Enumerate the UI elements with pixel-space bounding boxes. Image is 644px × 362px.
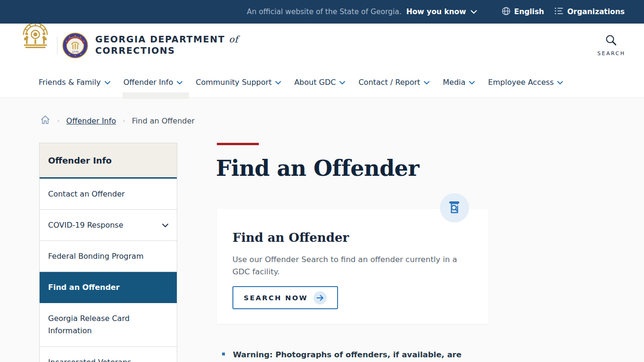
gdc-seal: 1776 [62, 33, 88, 58]
how-you-know-toggle[interactable]: How you know [406, 8, 477, 16]
sidebar-item-georgia-release-card[interactable]: Georgia Release Card Information [40, 303, 177, 347]
list-icon [554, 7, 563, 16]
find-offender-card: Find an Offender Use our Offender Search… [217, 209, 488, 324]
offender-search-icon-circle [440, 193, 469, 222]
breadcrumb-separator: › [57, 117, 60, 124]
sidebar-title: Offender Info [40, 143, 177, 179]
title-accent-line [217, 143, 259, 145]
breadcrumb: › Offender Info › Find an Offender [40, 115, 195, 127]
agency-name[interactable]: GEORGIA DEPARTMENT of CORRECTIONS [95, 33, 238, 56]
sidebar-item-contact-an-offender[interactable]: Contact an Offender [40, 179, 177, 210]
arch-icon [21, 19, 50, 49]
search-label: SEARCH [597, 50, 625, 57]
main-navigation: Friends & Family Offender Info Community… [0, 67, 644, 98]
sidebar-item-incarcerated-veterans[interactable]: Incarcerated Veterans [40, 347, 177, 362]
chevron-down-icon [339, 78, 345, 87]
nav-about-gdc[interactable]: About GDC [294, 67, 345, 98]
breadcrumb-separator: › [123, 117, 125, 124]
chevron-down-icon [105, 78, 110, 87]
warning-list-item: Warning: Photographs of offenders, if av… [222, 349, 491, 362]
sidebar-menu: Offender Info Contact an Offender COVID-… [39, 143, 177, 362]
arrow-right-icon [314, 291, 327, 304]
official-website-text: An official website of the State of Geor… [247, 8, 402, 16]
nav-media[interactable]: Media [443, 67, 475, 98]
warning-text: Warning: Photographs of offenders, if av… [233, 349, 491, 362]
chevron-down-icon [177, 78, 182, 87]
breadcrumb-offender-info[interactable]: Offender Info [66, 116, 116, 125]
globe-icon [502, 7, 511, 17]
language-label: English [514, 8, 545, 16]
language-selector[interactable]: English [502, 7, 545, 17]
nav-community-support[interactable]: Community Support [196, 67, 281, 98]
svg-text:1776: 1776 [72, 50, 79, 53]
card-title: Find an Offender [232, 230, 349, 245]
how-you-know-label: How you know [406, 8, 466, 16]
card-description: Use our Offender Search to find an offen… [232, 254, 468, 278]
nav-friends-family[interactable]: Friends & Family [39, 67, 110, 98]
search-now-label: SEARCH NOW [244, 294, 308, 302]
nav-contact-report[interactable]: Contact / Report [358, 67, 429, 98]
header-divider [57, 37, 58, 55]
chevron-down-icon [471, 8, 477, 16]
page-title: Find an Offender [216, 156, 499, 181]
chevron-down-icon [424, 78, 429, 87]
chevron-down-icon [557, 78, 563, 87]
site-header: 1776 GEORGIA DEPARTMENT of CORRECTIONS S… [0, 24, 644, 67]
home-icon[interactable] [40, 115, 50, 127]
list-bullet [222, 353, 225, 355]
breadcrumb-current-page: Find an Offender [132, 116, 195, 125]
sidebar-item-covid-19-response[interactable]: COVID-19 Response [40, 210, 177, 241]
nav-offender-info[interactable]: Offender Info [124, 67, 183, 98]
government-topbar: An official website of the State of Geor… [0, 0, 644, 24]
organizations-label: Organizations [567, 8, 625, 16]
nav-employee-access[interactable]: Employee Access [488, 67, 563, 98]
chevron-down-icon [275, 78, 281, 87]
search-icon [605, 39, 617, 48]
search-now-button[interactable]: SEARCH NOW [232, 286, 338, 309]
sidebar-item-federal-bonding-program[interactable]: Federal Bonding Program [40, 241, 177, 272]
search-button[interactable]: SEARCH [597, 34, 625, 57]
sidebar-item-find-an-offender[interactable]: Find an Offender [40, 272, 177, 303]
chevron-down-icon [162, 219, 168, 231]
document-search-icon [446, 199, 462, 217]
chevron-down-icon [469, 78, 475, 87]
organizations-button[interactable]: Organizations [554, 7, 625, 16]
